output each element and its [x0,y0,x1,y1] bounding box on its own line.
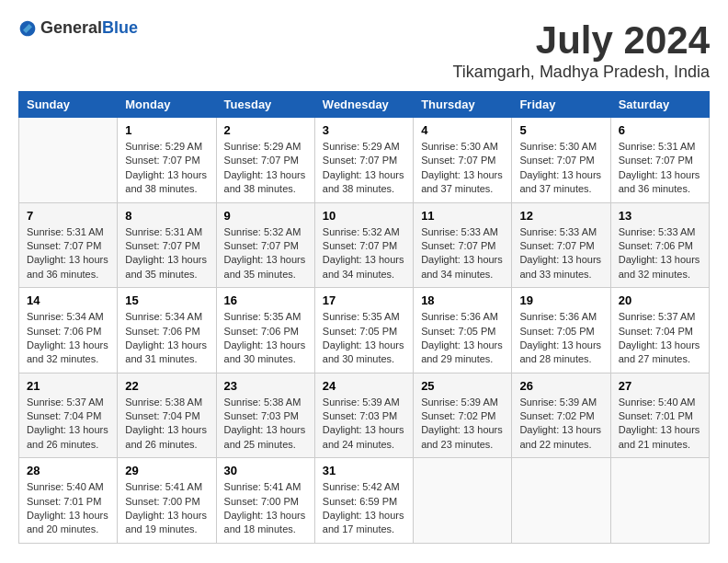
daylight-hours: Daylight: 13 hours and 26 minutes. [27,424,108,449]
sunset-time: Sunset: 7:03 PM [224,410,299,421]
sunrise-time: Sunrise: 5:36 AM [519,311,597,322]
sunset-time: Sunset: 7:05 PM [421,326,495,337]
sunset-time: Sunset: 7:07 PM [519,155,594,166]
day-number: 11 [421,209,504,223]
sunset-time: Sunset: 6:59 PM [323,496,397,507]
sunrise-time: Sunrise: 5:31 AM [619,141,696,152]
week-row-1: 1 Sunrise: 5:29 AM Sunset: 7:07 PM Dayli… [19,118,710,203]
table-row: 22 Sunrise: 5:38 AM Sunset: 7:04 PM Dayl… [118,373,216,458]
calendar-table: Sunday Monday Tuesday Wednesday Thursday… [18,91,710,544]
sunrise-time: Sunrise: 5:40 AM [27,481,104,492]
table-row: 9 Sunrise: 5:32 AM Sunset: 7:07 PM Dayli… [216,202,314,288]
sunset-time: Sunset: 7:07 PM [224,155,299,166]
daylight-hours: Daylight: 13 hours and 38 minutes. [323,169,404,194]
sunrise-time: Sunrise: 5:39 AM [323,396,400,408]
table-row: 1 Sunrise: 5:29 AM Sunset: 7:07 PM Dayli… [118,118,216,203]
table-row [610,458,709,544]
sunrise-time: Sunrise: 5:35 AM [323,311,400,322]
day-number: 27 [619,379,701,393]
sunset-time: Sunset: 7:07 PM [323,155,397,166]
sunrise-time: Sunrise: 5:29 AM [323,141,400,152]
daylight-hours: Daylight: 13 hours and 19 minutes. [125,510,207,534]
daylight-hours: Daylight: 13 hours and 25 minutes. [224,424,306,449]
table-row: 6 Sunrise: 5:31 AM Sunset: 7:07 PM Dayli… [610,118,709,203]
page-header: GeneralBlue July 2024 Tikamgarh, Madhya … [18,18,710,82]
table-row: 27 Sunrise: 5:40 AM Sunset: 7:01 PM Dayl… [610,373,709,458]
daylight-hours: Daylight: 13 hours and 24 minutes. [323,424,404,449]
table-row: 3 Sunrise: 5:29 AM Sunset: 7:07 PM Dayli… [314,118,413,203]
daylight-hours: Daylight: 13 hours and 22 minutes. [519,424,601,449]
daylight-hours: Daylight: 13 hours and 38 minutes. [224,169,306,194]
sunset-time: Sunset: 7:04 PM [619,326,693,337]
logo-icon [18,19,37,38]
daylight-hours: Daylight: 13 hours and 17 minutes. [323,510,404,534]
sunset-time: Sunset: 7:01 PM [27,496,101,507]
sunrise-time: Sunrise: 5:29 AM [224,141,301,152]
daylight-hours: Daylight: 13 hours and 37 minutes. [421,169,503,194]
sunrise-time: Sunrise: 5:34 AM [125,311,202,322]
sunrise-time: Sunrise: 5:33 AM [519,226,597,237]
day-number: 4 [421,123,504,137]
table-row: 10 Sunrise: 5:32 AM Sunset: 7:07 PM Dayl… [314,202,413,288]
logo: GeneralBlue [18,18,138,38]
daylight-hours: Daylight: 13 hours and 35 minutes. [125,254,207,279]
daylight-hours: Daylight: 13 hours and 36 minutes. [27,254,108,279]
sunset-time: Sunset: 7:07 PM [519,240,594,251]
day-number: 19 [519,293,602,307]
sunrise-time: Sunrise: 5:34 AM [27,311,104,322]
table-row: 11 Sunrise: 5:33 AM Sunset: 7:07 PM Dayl… [414,202,512,288]
table-row: 12 Sunrise: 5:33 AM Sunset: 7:07 PM Dayl… [512,202,610,288]
week-row-3: 14 Sunrise: 5:34 AM Sunset: 7:06 PM Dayl… [19,288,710,373]
daylight-hours: Daylight: 13 hours and 36 minutes. [619,169,700,194]
week-row-2: 7 Sunrise: 5:31 AM Sunset: 7:07 PM Dayli… [19,202,710,288]
day-number: 25 [421,379,504,393]
daylight-hours: Daylight: 13 hours and 28 minutes. [519,339,601,364]
daylight-hours: Daylight: 13 hours and 34 minutes. [421,254,503,279]
logo-blue-text: Blue [102,18,138,37]
daylight-hours: Daylight: 13 hours and 37 minutes. [519,169,601,194]
day-number: 2 [224,123,307,137]
day-number: 15 [125,293,208,307]
logo-general-text: General [40,18,102,37]
day-number: 14 [27,293,109,307]
sunrise-time: Sunrise: 5:32 AM [224,226,301,237]
day-number: 26 [519,379,602,393]
table-row: 17 Sunrise: 5:35 AM Sunset: 7:05 PM Dayl… [314,288,413,373]
day-number: 21 [27,379,109,393]
sunrise-time: Sunrise: 5:42 AM [323,481,400,492]
sunset-time: Sunset: 7:00 PM [224,496,299,507]
sunset-time: Sunset: 7:07 PM [323,240,397,251]
col-friday: Friday [512,92,610,118]
day-number: 13 [619,209,701,223]
table-row: 8 Sunrise: 5:31 AM Sunset: 7:07 PM Dayli… [118,202,216,288]
sunrise-time: Sunrise: 5:41 AM [224,481,301,492]
table-row: 29 Sunrise: 5:41 AM Sunset: 7:00 PM Dayl… [118,458,216,544]
table-row [512,458,610,544]
daylight-hours: Daylight: 13 hours and 31 minutes. [125,339,207,364]
sunset-time: Sunset: 7:06 PM [27,326,101,337]
table-row: 30 Sunrise: 5:41 AM Sunset: 7:00 PM Dayl… [216,458,314,544]
table-row: 7 Sunrise: 5:31 AM Sunset: 7:07 PM Dayli… [19,202,118,288]
day-number: 1 [125,123,208,137]
table-row: 16 Sunrise: 5:35 AM Sunset: 7:06 PM Dayl… [216,288,314,373]
month-year-title: July 2024 [453,18,710,63]
table-row: 24 Sunrise: 5:39 AM Sunset: 7:03 PM Dayl… [314,373,413,458]
table-row: 19 Sunrise: 5:36 AM Sunset: 7:05 PM Dayl… [512,288,610,373]
sunrise-time: Sunrise: 5:33 AM [619,226,696,237]
sunset-time: Sunset: 7:05 PM [323,326,397,337]
sunset-time: Sunset: 7:07 PM [619,155,693,166]
sunset-time: Sunset: 7:07 PM [421,240,495,251]
day-number: 24 [323,379,405,393]
day-number: 6 [619,123,701,137]
sunrise-time: Sunrise: 5:39 AM [421,396,498,408]
daylight-hours: Daylight: 13 hours and 30 minutes. [224,339,306,364]
day-number: 3 [323,123,405,137]
sunset-time: Sunset: 7:07 PM [125,240,199,251]
day-number: 18 [421,293,504,307]
daylight-hours: Daylight: 13 hours and 35 minutes. [224,254,306,279]
day-number: 23 [224,379,307,393]
sunset-time: Sunset: 7:03 PM [323,410,397,421]
sunrise-time: Sunrise: 5:31 AM [125,226,202,237]
daylight-hours: Daylight: 13 hours and 30 minutes. [323,339,404,364]
daylight-hours: Daylight: 13 hours and 26 minutes. [125,424,207,449]
